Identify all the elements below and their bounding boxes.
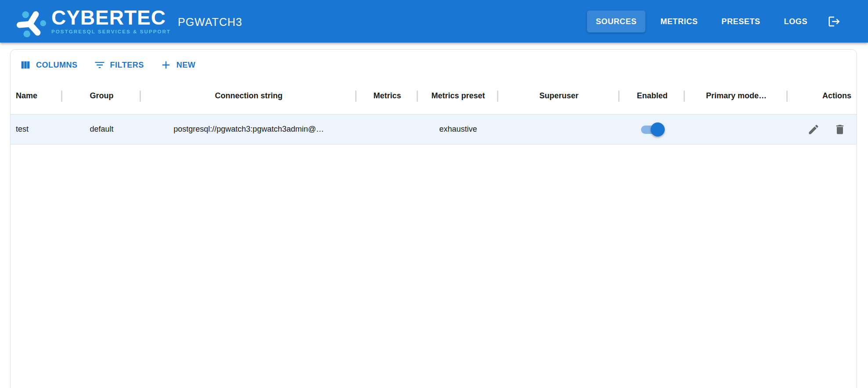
cell-superuser: [498, 115, 619, 144]
cybertec-logo-icon: [14, 5, 47, 38]
nav-item-sources[interactable]: SOURCES: [587, 11, 645, 32]
column-header-label: Metrics preset: [431, 91, 485, 101]
filters-button-label: FILTERS: [110, 61, 144, 69]
column-header-name[interactable]: Name: [11, 78, 62, 114]
plus-icon: [160, 59, 172, 71]
columns-button[interactable]: COLUMNS: [15, 56, 82, 74]
column-header-primary_mode[interactable]: Primary mode…: [685, 78, 788, 114]
edit-button[interactable]: [806, 122, 821, 137]
enabled-toggle[interactable]: [640, 122, 665, 137]
brand-tagline: POSTGRESQL SERVICES & SUPPORT: [51, 29, 171, 34]
app-bar: CYBERTEC POSTGRESQL SERVICES & SUPPORT P…: [0, 0, 868, 43]
column-header-connection_string[interactable]: Connection string: [141, 78, 357, 114]
column-header-label: Enabled: [637, 91, 667, 101]
column-header-label: Group: [90, 91, 114, 101]
cell-text-group: default: [90, 125, 113, 134]
cell-metrics: [357, 115, 418, 144]
brand: CYBERTEC POSTGRESQL SERVICES & SUPPORT: [14, 5, 171, 38]
view-columns-icon: [19, 59, 32, 71]
grid-rows: testdefaultpostgresql://pgwatch3:pgwatch…: [11, 115, 857, 144]
main-nav: SOURCESMETRICSPRESETSLOGS: [587, 11, 816, 32]
source-row-test[interactable]: testdefaultpostgresql://pgwatch3:pgwatch…: [11, 115, 857, 144]
cell-primary_mode: [685, 115, 788, 144]
delete-button[interactable]: [832, 122, 848, 137]
column-header-label: Superuser: [539, 91, 578, 101]
cell-name: test: [11, 115, 62, 144]
cell-text-connection_string: postgresql://pgwatch3:pgwatch3admin@…: [173, 125, 324, 134]
nav-item-metrics[interactable]: METRICS: [652, 11, 706, 32]
toggle-thumb: [651, 122, 665, 137]
delete-icon: [834, 123, 846, 136]
column-header-label: Primary mode…: [706, 91, 767, 101]
filter-list-icon: [94, 59, 106, 71]
column-header-metrics[interactable]: Metrics: [357, 78, 418, 114]
brand-text: CYBERTEC POSTGRESQL SERVICES & SUPPORT: [51, 8, 171, 35]
new-button[interactable]: NEW: [155, 56, 200, 74]
logout-icon: [828, 15, 841, 28]
nav-item-logs[interactable]: LOGS: [775, 11, 816, 32]
brand-name: CYBERTEC: [51, 8, 171, 28]
sources-grid-card: COLUMNSFILTERSNEW NameGroupConnection st…: [10, 49, 857, 388]
columns-button-label: COLUMNS: [36, 61, 78, 69]
column-header-actions[interactable]: Actions: [788, 78, 857, 114]
edit-icon: [807, 123, 820, 136]
logout-button[interactable]: [828, 15, 841, 28]
cell-text-name: test: [16, 125, 29, 134]
cell-actions: [788, 115, 857, 144]
column-header-label: Connection string: [215, 91, 283, 101]
grid-toolbar: COLUMNSFILTERSNEW: [11, 50, 857, 78]
filters-button[interactable]: FILTERS: [89, 56, 148, 74]
column-header-metrics_preset[interactable]: Metrics preset: [418, 78, 498, 114]
cell-metrics_preset: exhaustive: [418, 115, 498, 144]
cell-connection_string: postgresql://pgwatch3:pgwatch3admin@…: [141, 115, 357, 144]
new-button-label: NEW: [176, 61, 196, 69]
column-header-superuser[interactable]: Superuser: [498, 78, 619, 114]
nav-item-presets[interactable]: PRESETS: [713, 11, 769, 32]
column-header-label: Name: [16, 91, 37, 101]
grid-header-row: NameGroupConnection stringMetricsMetrics…: [11, 78, 857, 115]
cell-enabled: [619, 115, 685, 144]
column-header-label: Actions: [822, 91, 851, 101]
page-title: PGWATCH3: [178, 14, 242, 29]
cell-text-metrics_preset: exhaustive: [439, 125, 477, 134]
column-header-group[interactable]: Group: [62, 78, 141, 114]
column-header-label: Metrics: [373, 91, 401, 101]
column-header-enabled[interactable]: Enabled: [619, 78, 685, 114]
cell-group: default: [62, 115, 141, 144]
